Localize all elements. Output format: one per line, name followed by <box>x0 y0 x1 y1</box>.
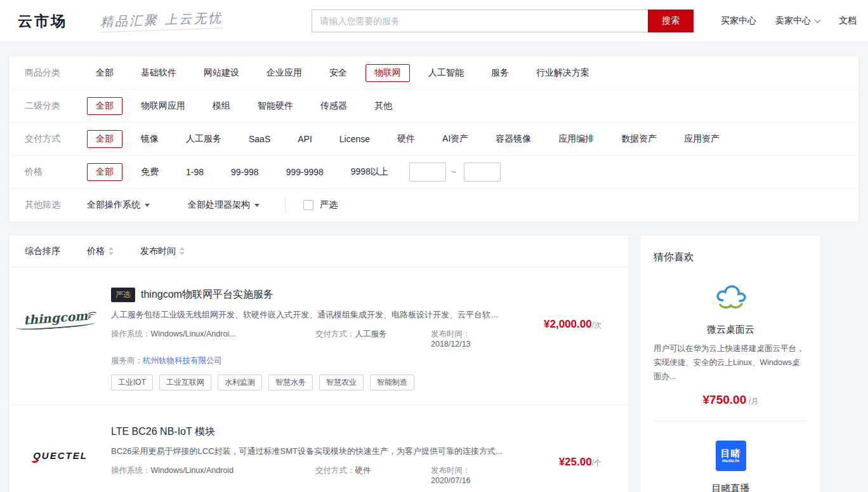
filter-row-category: 商品分类 全部基础软件网站建设企业应用安全物联网人工智能服务行业解决方案 <box>10 57 858 90</box>
vendor-link[interactable]: 杭州轨物科技有限公司 <box>143 356 222 365</box>
filter-option[interactable]: 应用资产 <box>675 130 728 148</box>
filter-options: 全部免费1-9899-998999-99989998以上 <box>87 163 407 181</box>
recommended-item[interactable]: 微云桌面云 用户可以在华为云上快速搭建桌面云平台，实现便捷、安全的云上Linux… <box>654 264 808 407</box>
filter-option[interactable]: 容器镜像 <box>487 130 540 148</box>
filter-row-delivery: 交付方式 全部镜像人工服务SaaSAPILicense硬件AI资产容器镜像应用编… <box>10 123 858 156</box>
recommended-price: ¥750.00 /月 <box>654 393 808 407</box>
product-tag[interactable]: 智能制造 <box>370 375 414 390</box>
filter-option[interactable]: 安全 <box>320 64 356 82</box>
nav-docs[interactable]: 文档 <box>839 15 857 27</box>
filter-option[interactable]: SaaS <box>240 131 279 147</box>
filter-option[interactable]: 硬件 <box>388 130 424 148</box>
filter-option[interactable]: 全部 <box>87 163 122 181</box>
price-value: ¥25.00 <box>559 456 592 468</box>
filter-options: 全部物联网应用模组智能硬件传感器其他 <box>87 97 411 115</box>
os-dropdown[interactable]: 全部操作系统 <box>87 199 150 211</box>
filter-option[interactable]: 物联网应用 <box>132 97 194 115</box>
search-bar: 搜索 <box>312 10 694 32</box>
product-row[interactable]: QUECTEL LTE BC26 NB-IoT 模块 BC26采用更易于焊接的L… <box>10 404 628 492</box>
product-description: 人工服务包括工业级无线组网开发、软硬件嵌入式开发、通讯模组集成开发、电路板设计开… <box>111 309 504 321</box>
delivery-value: 人工服务 <box>355 329 387 338</box>
filter-option[interactable]: 人工智能 <box>419 64 473 82</box>
product-row[interactable]: thingcom 严选 thingcom物联网平台实施服务 人工服务包括工业级无… <box>10 267 628 404</box>
main-content: 综合排序 价格 发布时间 thingcom 严 <box>9 235 859 492</box>
filter-option[interactable]: 传感器 <box>312 97 356 115</box>
site-logo[interactable]: 云市场 <box>18 11 67 31</box>
sort-bar: 综合排序 价格 发布时间 <box>10 236 628 267</box>
filter-option[interactable]: License <box>331 131 379 147</box>
filter-row-label: 二级分类 <box>25 100 87 112</box>
filter-option[interactable]: 企业应用 <box>258 64 311 82</box>
nav-label: 卖家中心 <box>775 15 811 27</box>
search-button[interactable]: 搜索 <box>648 10 694 32</box>
product-logo-box: QUECTEL <box>10 420 111 490</box>
product-list-panel: 综合排序 价格 发布时间 thingcom 严 <box>9 235 629 492</box>
nav-buyer-center[interactable]: 买家中心 <box>721 15 756 27</box>
product-meta: 操作系统：Windows/Linux/Android 交付方式：硬件 发布时间：… <box>111 465 510 485</box>
recommendations-title: 猜你喜欢 <box>654 251 808 264</box>
product-vendor: 服务商：杭州轨物科技有限公司 <box>111 356 510 366</box>
recommended-title[interactable]: 目睹直播 <box>654 482 808 492</box>
filter-option[interactable]: API <box>289 131 321 147</box>
filter-option[interactable]: 全部 <box>87 97 122 115</box>
filter-option[interactable]: 免费 <box>132 163 168 181</box>
filter-option[interactable]: 99-998 <box>222 164 268 180</box>
price-max-input[interactable] <box>464 163 501 182</box>
search-input[interactable] <box>312 10 648 32</box>
product-tag[interactable]: 智慧农业 <box>319 375 364 390</box>
product-tag[interactable]: 工业互联网 <box>159 375 211 390</box>
filter-option[interactable]: 人工服务 <box>177 130 230 148</box>
recommended-title[interactable]: 微云桌面云 <box>654 324 808 336</box>
sort-comprehensive[interactable]: 综合排序 <box>25 246 60 257</box>
date-label: 发布时间： <box>431 329 471 338</box>
price-min-input[interactable] <box>409 163 446 182</box>
filter-option[interactable]: 1-98 <box>177 164 213 180</box>
filter-option[interactable]: 其他 <box>365 97 401 115</box>
caret-down-icon <box>254 204 260 207</box>
product-title[interactable]: LTE BC26 NB-IoT 模块 <box>111 425 215 439</box>
filter-option[interactable]: 行业解决方案 <box>527 64 598 82</box>
filter-option[interactable]: 物联网 <box>365 64 410 82</box>
arch-dropdown[interactable]: 全部处理器架构 <box>188 199 260 211</box>
filter-options: 全部基础软件网站建设企业应用安全物联网人工智能服务行业解决方案 <box>87 64 608 82</box>
filter-option[interactable]: 智能硬件 <box>249 97 302 115</box>
sort-price[interactable]: 价格 <box>87 246 114 257</box>
nav-label: 文档 <box>839 15 857 27</box>
yanxuan-checkbox[interactable] <box>303 200 313 210</box>
filter-option[interactable]: 数据资产 <box>612 130 666 148</box>
filter-option[interactable]: 应用编排 <box>549 130 603 148</box>
yanxuan-checkbox-label: 严选 <box>320 199 338 211</box>
product-price: ¥2,000.00/次 <box>516 318 628 390</box>
filter-option[interactable]: 网站建设 <box>195 64 248 82</box>
slogan-calligraphy: 精品汇聚 上云无忧 <box>100 10 223 33</box>
price-value: ¥2,000.00 <box>544 318 592 330</box>
cloud-desktop-icon <box>654 283 808 312</box>
os-value: Windows/Linux/Android <box>151 466 234 475</box>
mudu-logo: 目睹 mudu.tv <box>654 441 808 471</box>
yanxuan-badge: 严选 <box>111 288 135 302</box>
product-tag[interactable]: 工业IOT <box>111 375 153 390</box>
recommended-item[interactable]: 目睹 mudu.tv 目睹直播 目睹直播是简单易用的企业视频直播平台，适用在线培… <box>654 421 808 492</box>
sort-publish-time[interactable]: 发布时间 <box>140 246 185 257</box>
filter-option[interactable]: 全部 <box>87 130 122 148</box>
sort-label: 发布时间 <box>140 246 176 257</box>
product-tag[interactable]: 水利监测 <box>218 375 262 390</box>
product-title[interactable]: thingcom物联网平台实施服务 <box>141 288 273 302</box>
filter-option[interactable]: 模组 <box>204 97 239 115</box>
filter-option[interactable]: AI资产 <box>433 130 477 148</box>
nav-seller-center[interactable]: 卖家中心 <box>775 15 820 27</box>
filter-option[interactable]: 全部 <box>87 64 122 82</box>
recommended-description: 用户可以在华为云上快速搭建桌面云平台，实现便捷、安全的云上Linux、Windo… <box>654 342 808 384</box>
filter-option[interactable]: 基础软件 <box>132 64 185 82</box>
product-price: ¥25.00/个 <box>516 456 628 492</box>
filter-option[interactable]: 镜像 <box>132 130 168 148</box>
filter-option[interactable]: 9998以上 <box>342 163 397 181</box>
product-body: 严选 thingcom物联网平台实施服务 人工服务包括工业级无线组网开发、软硬件… <box>111 283 516 390</box>
filter-option[interactable]: 999-9998 <box>277 164 332 180</box>
delivery-label: 交付方式： <box>315 329 355 338</box>
product-tag[interactable]: 智慧水务 <box>268 375 313 390</box>
filter-panel: 商品分类 全部基础软件网站建设企业应用安全物联网人工智能服务行业解决方案 二级分… <box>9 56 859 222</box>
filter-option[interactable]: 服务 <box>482 64 518 82</box>
date-value: 2020/07/16 <box>431 476 471 485</box>
header-nav: 买家中心 卖家中心 文档 <box>721 15 857 27</box>
